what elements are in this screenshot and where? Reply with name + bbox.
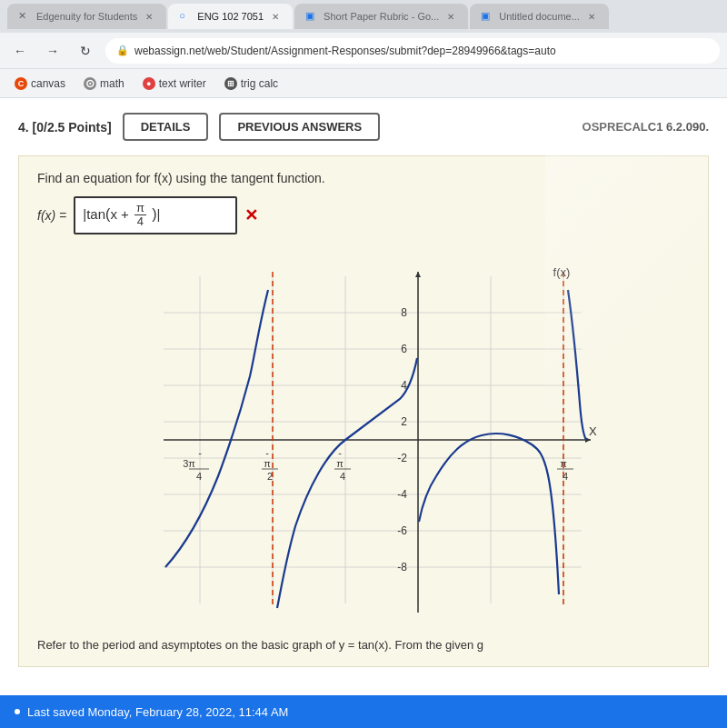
y-label-neg6: -6 [397,524,407,537]
x-label-pi2-num: π [264,458,271,469]
question-number: 4. [0/2.5 Points] [18,120,112,135]
question-header: 4. [0/2.5 Points] DETAILS PREVIOUS ANSWE… [18,113,709,141]
bookmark-trig-calc[interactable]: ⊞ trig calc [217,74,285,94]
answer-formula: |tan(x + π 4 )| [83,202,160,229]
wrong-mark: ✕ [244,205,258,225]
y-label-neg8: -8 [397,561,407,573]
bottom-bar: Last saved Monday, February 28, 2022, 11… [0,695,727,728]
graph-container: 8 6 4 2 -2 -4 -6 -8 - 3π 4 [37,249,690,631]
function-graph: 8 6 4 2 -2 -4 -6 -8 - 3π 4 [127,258,600,622]
tab-eng-close[interactable]: ✕ [269,10,282,23]
tab-untitled[interactable]: ▣ Untitled docume... ✕ [470,4,609,29]
answer-label: f(x) = [37,208,66,223]
address-bar: ← → ↻ 🔒 webassign.net/web/Student/Assign… [0,33,727,69]
saved-dot [15,709,20,714]
forward-button[interactable]: → [40,38,65,64]
browser-frame: ✕ Edgenuity for Students ✕ ○ ENG 102 705… [0,0,727,728]
tab-untitled-label: Untitled docume... [499,11,580,22]
url-text: webassign.net/web/Student/Assignment-Res… [134,45,556,57]
canvas-icon: C [15,77,27,90]
tab-bar: ✕ Edgenuity for Students ✕ ○ ENG 102 705… [0,0,727,33]
x-label-pi4-den: 4 [563,471,568,482]
edgenuity-icon: ✕ [18,10,31,23]
lock-icon: 🔒 [116,45,129,56]
previous-answers-button[interactable]: PREVIOUS ANSWERS [219,113,380,141]
tab-eng[interactable]: ○ ENG 102 7051 ✕ [168,4,293,29]
details-button[interactable]: DETAILS [123,113,209,141]
bookmark-text-writer-label: text writer [159,77,206,90]
bookmarks-bar: C canvas ⊙ math ● text writer ⊞ trig cal… [0,69,727,98]
question-body: Find an equation for f(x) using the tang… [18,155,709,667]
saved-text: Last saved Monday, February 28, 2022, 11… [27,705,288,719]
question-text: Find an equation for f(x) using the tang… [37,171,690,185]
math-icon: ⊙ [84,77,96,90]
bookmark-math-label: math [100,77,124,90]
bookmark-math[interactable]: ⊙ math [76,74,132,94]
x-label-pi4-neg-den: 4 [340,471,345,482]
y-label-2: 2 [401,415,407,428]
x-label-pi2: - [265,447,269,458]
tab-rubric[interactable]: ▣ Short Paper Rubric - Go... ✕ [294,4,468,29]
untitled-icon: ▣ [481,10,493,23]
tab-rubric-label: Short Paper Rubric - Go... [324,11,439,22]
tab-edgenuity-close[interactable]: ✕ [143,10,155,23]
problem-id: OSPRECALC1 6.2.090. [583,120,709,134]
main-content: 4. [0/2.5 Points] DETAILS PREVIOUS ANSWE… [0,98,727,728]
bookmark-text-writer[interactable]: ● text writer [135,74,214,94]
bookmark-canvas-label: canvas [31,77,65,90]
x-label-pi4-neg-num: π [336,458,344,469]
y-label-4: 4 [401,379,407,392]
tab-edgenuity-label: Edgenuity for Students [36,11,137,22]
trig-calc-icon: ⊞ [224,77,237,90]
tab-untitled-close[interactable]: ✕ [585,10,598,23]
x-label-3pi4-den: 4 [196,471,202,482]
back-button[interactable]: ← [7,38,33,64]
tab-rubric-close[interactable]: ✕ [444,10,457,23]
rubric-icon: ▣ [305,10,318,23]
x-label: X [589,424,597,438]
answer-row: f(x) = |tan(x + π 4 )| ✕ [37,196,690,234]
page-content: 4. [0/2.5 Points] DETAILS PREVIOUS ANSWE… [0,98,727,682]
text-writer-icon: ● [143,77,155,90]
y-label-neg4: -4 [397,488,407,501]
eng-icon: ○ [179,10,192,23]
x-label-pi4-neg: - [338,447,342,458]
y-label-neg2: -2 [397,452,407,464]
x-label-3pi4-num: 3π [183,458,195,469]
url-bar[interactable]: 🔒 webassign.net/web/Student/Assignment-R… [105,38,720,64]
tab-edgenuity[interactable]: ✕ Edgenuity for Students ✕ [7,4,166,29]
x-label-pi2-den: 2 [267,471,273,482]
y-label-8: 8 [401,306,407,319]
answer-input-box[interactable]: |tan(x + π 4 )| [74,196,237,234]
x-label-pi4: π [560,458,567,469]
bookmark-canvas[interactable]: C canvas [7,74,73,94]
bookmark-trig-calc-label: trig calc [241,77,278,90]
fx-label: f(x) [553,265,571,279]
tab-eng-label: ENG 102 7051 [197,11,264,22]
x-label-3pi4: - [198,447,202,458]
refresh-button[interactable]: ↻ [73,38,98,64]
refer-text: Refer to the period and asymptotes on th… [37,638,690,652]
y-label-6: 6 [401,343,407,355]
